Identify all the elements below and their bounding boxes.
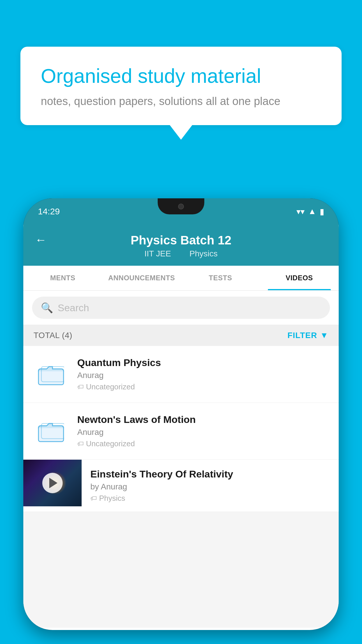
tab-tests[interactable]: TESTS [181, 266, 260, 290]
tab-videos[interactable]: VIDEOS [260, 266, 339, 290]
header-subtitle: IIT JEE Physics [141, 249, 220, 258]
tag-label: Physics [99, 494, 125, 503]
back-button[interactable]: ← [35, 233, 47, 246]
video-author: Anurag [77, 428, 328, 437]
video-list: Quantum Physics Anurag 🏷 Uncategorized [23, 346, 339, 512]
play-icon [49, 478, 57, 488]
folder-thumbnail [34, 361, 68, 387]
status-icons: ▾▾ ▲ ▮ [296, 207, 324, 216]
video-tag: 🏷 Uncategorized [77, 382, 328, 391]
filter-label: FILTER [287, 331, 317, 340]
filter-funnel-icon: ▼ [320, 331, 328, 340]
wifi-icon: ▾▾ [296, 207, 305, 216]
video-title: Newton's Laws of Motion [77, 414, 328, 425]
video-info: Quantum Physics Anurag 🏷 Uncategorized [77, 357, 328, 391]
video-info: Einstein's Theory Of Relativity by Anura… [82, 460, 339, 512]
bubble-title: Organised study material [41, 64, 321, 88]
video-author: by Anurag [90, 482, 330, 491]
filter-bar: TOTAL (4) FILTER ▼ [23, 325, 339, 346]
header-subtitle-iitjee: IIT JEE [144, 249, 171, 258]
filter-button[interactable]: FILTER ▼ [287, 331, 328, 340]
notch [158, 198, 204, 214]
signal-icon: ▲ [308, 207, 316, 216]
header-title: Physics Batch 12 [131, 233, 231, 247]
tag-icon: 🏷 [77, 383, 84, 391]
header-subtitle-physics: Physics [189, 249, 217, 258]
play-button[interactable] [42, 473, 63, 493]
folder-icon [38, 363, 64, 386]
tab-announcements[interactable]: ANNOUNCEMENTS [102, 266, 181, 290]
list-item[interactable]: Newton's Laws of Motion Anurag 🏷 Uncateg… [23, 403, 339, 460]
video-title: Quantum Physics [77, 357, 328, 368]
tag-icon: 🏷 [77, 440, 84, 448]
tag-label: Uncategorized [86, 382, 135, 391]
video-info: Newton's Laws of Motion Anurag 🏷 Uncateg… [77, 414, 328, 448]
list-item[interactable]: Einstein's Theory Of Relativity by Anura… [23, 460, 339, 512]
video-thumbnail-image [23, 460, 82, 506]
svg-rect-2 [38, 426, 64, 442]
tabs-bar: MENTS ANNOUNCEMENTS TESTS VIDEOS [23, 266, 339, 291]
folder-icon [38, 419, 64, 443]
search-icon: 🔍 [41, 302, 53, 314]
phone-container: 14:29 ▾▾ ▲ ▮ ← Physics Batch 12 IIT JEE … [23, 198, 339, 644]
screen-content: 🔍 Search TOTAL (4) FILTER ▼ [23, 291, 339, 628]
status-time: 14:29 [38, 206, 60, 216]
search-placeholder: Search [58, 302, 89, 314]
total-count: TOTAL (4) [34, 331, 72, 340]
battery-icon: ▮ [320, 207, 324, 216]
camera-dot [178, 204, 184, 209]
folder-thumbnail [34, 418, 68, 444]
speech-bubble: Organised study material notes, question… [20, 47, 342, 125]
search-bar[interactable]: 🔍 Search [32, 297, 330, 319]
phone-screen: ← Physics Batch 12 IIT JEE Physics MENTS… [23, 225, 339, 630]
tag-label: Uncategorized [86, 439, 135, 448]
phone-frame: 14:29 ▾▾ ▲ ▮ ← Physics Batch 12 IIT JEE … [23, 198, 339, 630]
video-author: Anurag [77, 371, 328, 380]
app-header: ← Physics Batch 12 IIT JEE Physics [23, 225, 339, 266]
video-title: Einstein's Theory Of Relativity [90, 468, 330, 480]
tag-icon: 🏷 [90, 495, 97, 502]
video-tag: 🏷 Physics [90, 494, 330, 503]
video-tag: 🏷 Uncategorized [77, 439, 328, 448]
bubble-subtitle: notes, question papers, solutions all at… [41, 95, 321, 108]
header-subtitle-separator [179, 249, 184, 258]
list-item[interactable]: Quantum Physics Anurag 🏷 Uncategorized [23, 346, 339, 403]
tab-ments[interactable]: MENTS [23, 266, 102, 290]
status-bar: 14:29 ▾▾ ▲ ▮ [23, 198, 339, 225]
search-bar-wrap: 🔍 Search [23, 291, 339, 325]
svg-rect-0 [38, 369, 64, 385]
